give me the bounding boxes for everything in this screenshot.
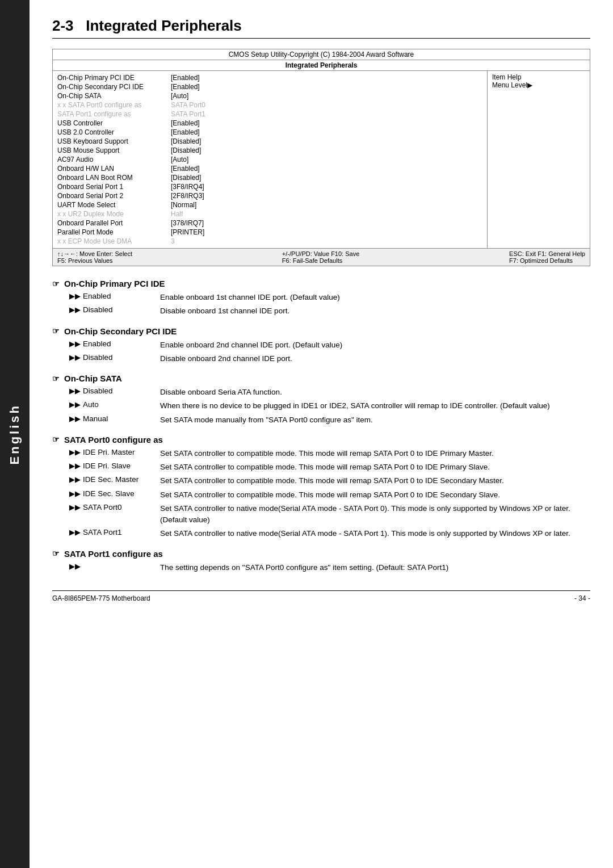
section-heading-on-chip-primary-pci-ide: ☞On-Chip Primary PCI IDE [52,279,590,288]
list-item: ▶▶EnabledEnable onboard 1st channel IDE … [69,292,590,303]
list-item: ▶▶DisabledDisable onboard Seria ATA func… [69,387,590,398]
section-arrow-icon: ☞ [52,374,60,383]
sidebar-label: English [7,404,22,464]
bios-row: USB Keyboard Support[Disabled] [57,137,482,146]
double-arrow-icon: ▶▶ [69,528,81,536]
double-arrow-icon: ▶▶ [69,562,81,571]
section-heading-sata-port0-configure-as: ☞SATA Port0 configure as [52,435,590,445]
bios-row: Onboard LAN Boot ROM[Disabled] [57,173,482,182]
footer-col-2: +/-/PU/PD: Value F10: Save F6: Fail-Safe… [282,250,359,264]
list-item: ▶▶IDE Sec. SlaveSet SATA controller to c… [69,489,590,501]
sections-container: ☞On-Chip Primary PCI IDE▶▶EnabledEnable … [52,279,590,573]
list-item: ▶▶SATA Port1Set SATA controller to nativ… [69,528,590,539]
list-item: ▶▶SATA Port0Set SATA controller to nativ… [69,503,590,526]
bios-row: x UR2 Duplex ModeHalf [57,209,482,219]
bios-row: Onboard H/W LAN[Enabled] [57,164,482,173]
bios-help-panel: Item Help Menu Level▶ [488,71,590,248]
bios-settings-list: On-Chip Primary PCI IDE[Enabled] On-Chip… [53,71,488,248]
list-item: ▶▶IDE Pri. MasterSet SATA controller to … [69,448,590,459]
section-heading-on-chip-sata: ☞On-Chip SATA [52,374,590,383]
list-item: ▶▶AutoWhen there is no device to be plug… [69,400,590,412]
sidebar: English [0,0,30,868]
page-title: 2-3 Integrated Peripherals [52,17,590,39]
section-arrow-icon: ☞ [52,326,60,336]
bios-subheader: Integrated Peripherals [53,60,590,71]
bios-row: x SATA Port0 configure asSATA Port0 [57,100,482,110]
main-content: 2-3 Integrated Peripherals CMOS Setup Ut… [30,0,613,625]
page-footer: GA-8I865PEM-775 Motherboard - 34 - [52,590,590,602]
footer-right: - 34 - [574,594,590,602]
section-arrow-icon: ☞ [52,435,60,444]
double-arrow-icon: ▶▶ [69,503,81,511]
bios-row: On-Chip SATA[Auto] [57,91,482,100]
footer-col-3: ESC: Exit F1: General Help F7: Optimized… [509,250,585,264]
list-item: ▶▶IDE Pri. SlaveSet SATA controller to c… [69,462,590,473]
footer-col-1: ↑↓→←: Move Enter: Select F5: Previous Va… [57,250,132,264]
double-arrow-icon: ▶▶ [69,414,81,423]
item-help-label: Item Help [492,73,585,81]
bios-row: USB Controller[Enabled] [57,119,482,128]
bios-row: Onboard Serial Port 1[3F8/IRQ4] [57,182,482,191]
bios-row: On-Chip Primary PCI IDE[Enabled] [57,73,482,82]
double-arrow-icon: ▶▶ [69,462,81,470]
list-item: ▶▶ManualSet SATA mode manually from "SAT… [69,414,590,426]
double-arrow-icon: ▶▶ [69,400,81,409]
section-heading-on-chip-secondary-pci-ide: ☞On-Chip Secondary PCI IDE [52,326,590,336]
double-arrow-icon: ▶▶ [69,489,81,498]
section-heading-sata-port1-configure-as: ☞SATA Port1 configure as [52,549,590,559]
bios-row: USB 2.0 Controller[Enabled] [57,128,482,137]
double-arrow-icon: ▶▶ [69,292,81,300]
double-arrow-icon: ▶▶ [69,353,81,362]
bios-row: Onboard Parallel Port[378/IRQ7] [57,219,482,228]
bios-row: x ECP Mode Use DMA3 [57,237,482,246]
double-arrow-icon: ▶▶ [69,448,81,456]
double-arrow-icon: ▶▶ [69,305,81,314]
list-item: ▶▶The setting depends on "SATA Port0 con… [69,562,590,573]
double-arrow-icon: ▶▶ [69,475,81,484]
bios-body: On-Chip Primary PCI IDE[Enabled] On-Chip… [53,71,590,248]
bios-row: Onboard Serial Port 2[2F8/IRQ3] [57,191,482,200]
double-arrow-icon: ▶▶ [69,387,81,395]
bios-footer: ↑↓→←: Move Enter: Select F5: Previous Va… [53,248,590,266]
bios-row: Parallel Port Mode[PRINTER] [57,228,482,237]
section-arrow-icon: ☞ [52,549,60,558]
list-item: ▶▶IDE Sec. MasterSet SATA controller to … [69,475,590,487]
section-arrow-icon: ☞ [52,279,60,288]
bios-row: USB Mouse Support[Disabled] [57,146,482,155]
double-arrow-icon: ▶▶ [69,339,81,348]
bios-row: SATA Port1 configure asSATA Port1 [57,110,482,119]
list-item: ▶▶DisabledDisable onboard 2nd channel ID… [69,353,590,364]
bios-row: UART Mode Select[Normal] [57,200,482,209]
bios-box: CMOS Setup Utility-Copyright (C) 1984-20… [52,49,590,266]
menu-level-label: Menu Level▶ [492,81,585,89]
bios-row: AC97 Audio[Auto] [57,155,482,164]
footer-left: GA-8I865PEM-775 Motherboard [52,594,150,602]
list-item: ▶▶EnabledEnable onboard 2nd channel IDE … [69,339,590,351]
list-item: ▶▶DisabledDisable onboard 1st channel ID… [69,305,590,317]
bios-row: On-Chip Secondary PCI IDE[Enabled] [57,82,482,91]
bios-header: CMOS Setup Utility-Copyright (C) 1984-20… [53,49,590,60]
